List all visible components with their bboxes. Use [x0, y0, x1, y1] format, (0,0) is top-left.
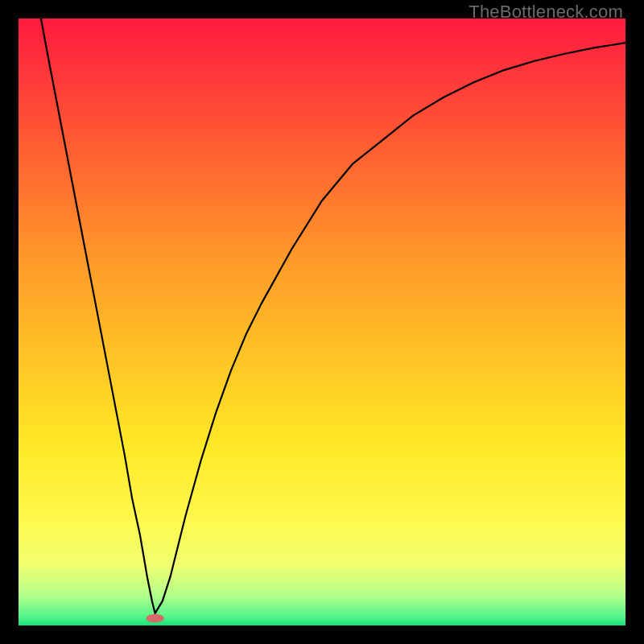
chart-frame	[19, 19, 625, 625]
minimum-marker	[146, 614, 164, 623]
gradient-background	[19, 19, 625, 625]
chart-svg	[19, 19, 625, 625]
watermark-text: TheBottleneck.com	[469, 2, 623, 23]
